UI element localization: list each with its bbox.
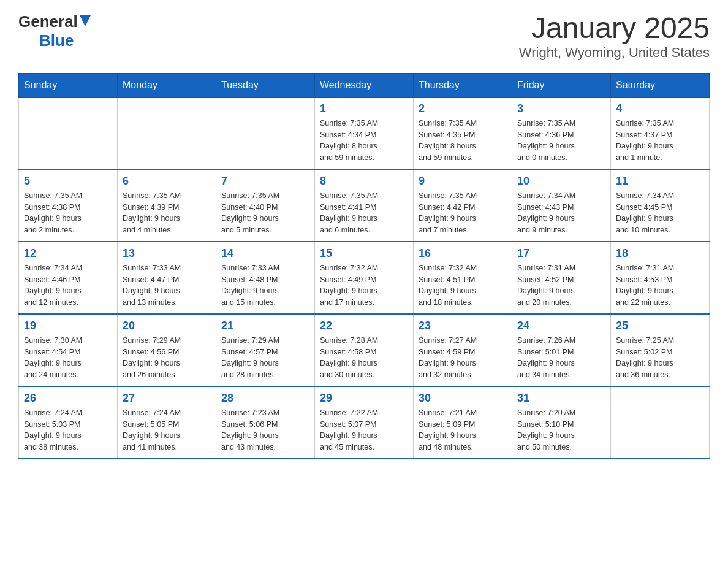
calendar-cell: 27Sunrise: 7:24 AM Sunset: 5:05 PM Dayli… [118,386,216,459]
cell-sun-info: Sunrise: 7:34 AM Sunset: 4:46 PM Dayligh… [24,262,112,308]
cell-sun-info: Sunrise: 7:25 AM Sunset: 5:02 PM Dayligh… [616,335,704,381]
calendar-cell: 29Sunrise: 7:22 AM Sunset: 5:07 PM Dayli… [315,386,414,459]
cell-day-number: 5 [24,175,112,188]
calendar-cell: 22Sunrise: 7:28 AM Sunset: 4:58 PM Dayli… [315,314,414,386]
cell-day-number: 26 [24,392,112,405]
cell-day-number: 3 [517,102,605,115]
calendar-cell: 9Sunrise: 7:35 AM Sunset: 4:42 PM Daylig… [414,169,512,242]
day-header-sunday: Sunday [19,73,118,97]
cell-day-number: 1 [320,102,408,115]
calendar-table: SundayMondayTuesdayWednesdayThursdayFrid… [18,73,710,459]
cell-day-number: 10 [517,175,605,188]
calendar-cell: 25Sunrise: 7:25 AM Sunset: 5:02 PM Dayli… [611,314,710,386]
cell-sun-info: Sunrise: 7:35 AM Sunset: 4:40 PM Dayligh… [221,190,309,236]
day-header-friday: Friday [512,73,611,97]
cell-sun-info: Sunrise: 7:29 AM Sunset: 4:56 PM Dayligh… [123,335,211,381]
cell-sun-info: Sunrise: 7:21 AM Sunset: 5:09 PM Dayligh… [419,407,507,453]
cell-day-number: 25 [616,320,704,332]
cell-sun-info: Sunrise: 7:23 AM Sunset: 5:06 PM Dayligh… [221,407,309,453]
calendar-cell: 10Sunrise: 7:34 AM Sunset: 4:43 PM Dayli… [512,169,611,242]
cell-day-number: 11 [616,175,704,188]
cell-sun-info: Sunrise: 7:20 AM Sunset: 5:10 PM Dayligh… [517,407,605,453]
calendar-cell: 4Sunrise: 7:35 AM Sunset: 4:37 PM Daylig… [611,97,710,169]
cell-day-number: 17 [517,247,605,260]
cell-sun-info: Sunrise: 7:35 AM Sunset: 4:41 PM Dayligh… [320,190,408,236]
cell-day-number: 22 [320,320,408,332]
day-header-thursday: Thursday [414,73,512,97]
svg-marker-0 [80,15,91,26]
calendar-week-5: 26Sunrise: 7:24 AM Sunset: 5:03 PM Dayli… [19,386,710,459]
cell-sun-info: Sunrise: 7:31 AM Sunset: 4:53 PM Dayligh… [616,262,704,308]
cell-day-number: 24 [517,320,605,332]
cell-day-number: 20 [123,320,211,332]
title-block: January 2025 Wright, Wyoming, United Sta… [519,12,710,61]
cell-sun-info: Sunrise: 7:29 AM Sunset: 4:57 PM Dayligh… [221,335,309,381]
calendar-cell: 14Sunrise: 7:33 AM Sunset: 4:48 PM Dayli… [216,242,315,314]
page-header: General Blue January 2025 Wright, Wyomin… [18,12,710,61]
cell-day-number: 12 [24,247,112,260]
cell-sun-info: Sunrise: 7:35 AM Sunset: 4:34 PM Dayligh… [320,118,408,164]
calendar-cell: 28Sunrise: 7:23 AM Sunset: 5:06 PM Dayli… [216,386,315,459]
calendar-cell: 8Sunrise: 7:35 AM Sunset: 4:41 PM Daylig… [315,169,414,242]
calendar-header-row: SundayMondayTuesdayWednesdayThursdayFrid… [19,73,710,97]
cell-sun-info: Sunrise: 7:35 AM Sunset: 4:35 PM Dayligh… [419,118,507,164]
calendar-cell: 11Sunrise: 7:34 AM Sunset: 4:45 PM Dayli… [611,169,710,242]
calendar-cell: 20Sunrise: 7:29 AM Sunset: 4:56 PM Dayli… [118,314,216,386]
cell-day-number: 6 [123,175,211,188]
calendar-cell: 5Sunrise: 7:35 AM Sunset: 4:38 PM Daylig… [19,169,118,242]
cell-sun-info: Sunrise: 7:35 AM Sunset: 4:38 PM Dayligh… [24,190,112,236]
calendar-cell [216,97,315,169]
cell-day-number: 2 [419,102,507,115]
cell-sun-info: Sunrise: 7:35 AM Sunset: 4:37 PM Dayligh… [616,118,704,164]
cell-day-number: 4 [616,102,704,115]
cell-sun-info: Sunrise: 7:32 AM Sunset: 4:49 PM Dayligh… [320,262,408,308]
calendar-cell: 15Sunrise: 7:32 AM Sunset: 4:49 PM Dayli… [315,242,414,314]
cell-day-number: 27 [123,392,211,405]
day-header-saturday: Saturday [611,73,710,97]
day-header-tuesday: Tuesday [216,73,315,97]
day-header-monday: Monday [118,73,216,97]
calendar-cell: 2Sunrise: 7:35 AM Sunset: 4:35 PM Daylig… [414,97,512,169]
cell-day-number: 9 [419,175,507,188]
calendar-cell [19,97,118,169]
cell-day-number: 21 [221,320,309,332]
cell-day-number: 23 [419,320,507,332]
calendar-cell: 30Sunrise: 7:21 AM Sunset: 5:09 PM Dayli… [414,386,512,459]
calendar-cell: 7Sunrise: 7:35 AM Sunset: 4:40 PM Daylig… [216,169,315,242]
cell-sun-info: Sunrise: 7:35 AM Sunset: 4:36 PM Dayligh… [517,118,605,164]
calendar-cell: 16Sunrise: 7:32 AM Sunset: 4:51 PM Dayli… [414,242,512,314]
cell-sun-info: Sunrise: 7:34 AM Sunset: 4:45 PM Dayligh… [616,190,704,236]
cell-sun-info: Sunrise: 7:28 AM Sunset: 4:58 PM Dayligh… [320,335,408,381]
cell-sun-info: Sunrise: 7:35 AM Sunset: 4:42 PM Dayligh… [419,190,507,236]
cell-day-number: 15 [320,247,408,260]
logo-triangle-icon [80,15,91,29]
cell-sun-info: Sunrise: 7:35 AM Sunset: 4:39 PM Dayligh… [123,190,211,236]
cell-day-number: 13 [123,247,211,260]
calendar-cell: 31Sunrise: 7:20 AM Sunset: 5:10 PM Dayli… [512,386,611,459]
cell-sun-info: Sunrise: 7:31 AM Sunset: 4:52 PM Dayligh… [517,262,605,308]
calendar-cell [118,97,216,169]
cell-day-number: 18 [616,247,704,260]
cell-sun-info: Sunrise: 7:30 AM Sunset: 4:54 PM Dayligh… [24,335,112,381]
calendar-cell: 24Sunrise: 7:26 AM Sunset: 5:01 PM Dayli… [512,314,611,386]
calendar-cell: 21Sunrise: 7:29 AM Sunset: 4:57 PM Dayli… [216,314,315,386]
cell-day-number: 19 [24,320,112,332]
cell-day-number: 30 [419,392,507,405]
calendar-week-4: 19Sunrise: 7:30 AM Sunset: 4:54 PM Dayli… [19,314,710,386]
cell-day-number: 28 [221,392,309,405]
calendar-cell: 12Sunrise: 7:34 AM Sunset: 4:46 PM Dayli… [19,242,118,314]
calendar-cell: 19Sunrise: 7:30 AM Sunset: 4:54 PM Dayli… [19,314,118,386]
cell-sun-info: Sunrise: 7:34 AM Sunset: 4:43 PM Dayligh… [517,190,605,236]
cell-day-number: 16 [419,247,507,260]
cell-sun-info: Sunrise: 7:27 AM Sunset: 4:59 PM Dayligh… [419,335,507,381]
calendar-cell: 13Sunrise: 7:33 AM Sunset: 4:47 PM Dayli… [118,242,216,314]
cell-day-number: 14 [221,247,309,260]
cell-sun-info: Sunrise: 7:22 AM Sunset: 5:07 PM Dayligh… [320,407,408,453]
cell-sun-info: Sunrise: 7:32 AM Sunset: 4:51 PM Dayligh… [419,262,507,308]
logo-blue-text: Blue [39,31,74,50]
logo-general-text: General [18,12,78,31]
logo: General Blue [18,12,91,50]
calendar-week-1: 1Sunrise: 7:35 AM Sunset: 4:34 PM Daylig… [19,97,710,169]
cell-day-number: 7 [221,175,309,188]
cell-sun-info: Sunrise: 7:26 AM Sunset: 5:01 PM Dayligh… [517,335,605,381]
